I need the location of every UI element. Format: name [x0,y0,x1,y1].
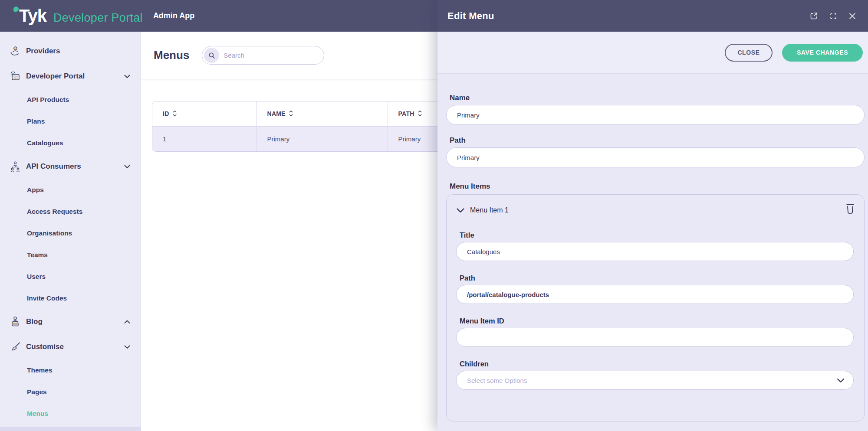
sidebar: Providers </> Developer Portal API Produ… [0,32,141,431]
api-consumers-icon [9,160,22,173]
sidebar-item-label: API Consumers [26,162,124,171]
chevron-down-icon [837,378,845,383]
sort-icon [418,110,422,117]
search-icon [204,48,219,63]
blog-icon [9,316,22,328]
menu-item-card: Menu Item 1 Title Path Menu Item ID [446,194,865,421]
menu-item-title: Menu Item 1 [470,206,509,214]
cell-name: Primary [256,126,388,151]
title-field-label: Title [460,231,854,239]
chevron-down-icon [124,345,130,349]
column-label: NAME [267,110,286,117]
sidebar-item-organisations[interactable]: Organisations [0,222,141,244]
close-drawer-button[interactable] [848,12,857,20]
edit-menu-drawer: Edit Menu CLOSE SAVE CHANGES Name Path [437,0,868,431]
tyk-leaf-icon [13,7,19,12]
sidebar-item-providers[interactable]: Providers [0,39,141,64]
fullscreen-button[interactable] [829,12,838,20]
sidebar-item-developer-portal[interactable]: </> Developer Portal [0,64,141,89]
open-in-new-icon [809,11,819,21]
product-name: Developer Portal [53,11,143,25]
sidebar-item-menus[interactable]: Menus [0,403,141,424]
search-input[interactable] [224,52,324,59]
drawer-body: Name Path Menu Items Menu Item 1 Title [437,74,868,431]
menu-item-id-field-label: Menu Item ID [460,317,854,325]
app-subtitle: Admin App [153,11,194,20]
sidebar-item-themes[interactable]: Themes [0,359,141,381]
close-icon [848,12,857,20]
sidebar-item-api-consumers[interactable]: API Consumers [0,154,141,179]
sidebar-item-catalogues[interactable]: Catalogues [0,132,141,154]
open-in-new-button[interactable] [809,11,819,21]
sidebar-item-customise[interactable]: Customise [0,334,141,359]
search-box[interactable] [202,46,324,65]
developer-portal-icon: </> [9,70,22,82]
sort-icon [172,110,177,117]
delete-menu-item-button[interactable] [845,202,855,216]
drawer-title: Edit Menu [447,10,494,22]
column-header-id[interactable]: ID [152,101,256,126]
sidebar-item-label: Developer Portal [26,72,124,81]
sidebar-bottom-strip [0,427,141,431]
item-path-field[interactable] [456,285,854,304]
sidebar-item-blog[interactable]: Blog [0,309,141,334]
sidebar-item-apps[interactable]: Apps [0,179,141,201]
tyk-logo: Tyk Developer Portal [19,6,143,26]
trash-icon [845,202,855,214]
children-select[interactable]: Select some Options [456,371,854,390]
menu-item-header[interactable]: Menu Item 1 [456,205,854,216]
drawer-toolbar: CLOSE SAVE CHANGES [437,32,868,74]
page-title: Menus [154,49,189,62]
sidebar-item-api-products[interactable]: API Products [0,89,141,111]
sidebar-item-plans[interactable]: Plans [0,111,141,132]
name-field-label: Name [450,94,865,102]
sidebar-item-label: Providers [26,47,130,56]
save-changes-button[interactable]: SAVE CHANGES [782,44,863,62]
sidebar-item-users[interactable]: Users [0,266,141,287]
fullscreen-icon [829,12,838,20]
path-field[interactable] [446,147,865,167]
chevron-down-icon [124,165,130,169]
customise-icon [9,341,22,353]
sidebar-item-access-requests[interactable]: Access Requests [0,201,141,222]
sidebar-item-pages[interactable]: Pages [0,381,141,403]
path-field-label: Path [450,136,865,145]
column-header-name[interactable]: NAME [256,101,388,126]
providers-icon [9,45,22,57]
close-button[interactable]: CLOSE [725,44,773,62]
item-path-field-label: Path [460,274,854,282]
sidebar-item-teams[interactable]: Teams [0,244,141,266]
title-field[interactable] [456,242,854,261]
sidebar-item-invite-codes[interactable]: Invite Codes [0,287,141,309]
name-field[interactable] [446,105,865,125]
chevron-up-icon [124,320,130,324]
children-select-placeholder: Select some Options [467,377,527,384]
sidebar-item-label: Blog [26,317,124,326]
svg-text:</>: </> [13,77,18,80]
menu-items-label: Menu Items [450,182,865,191]
drawer-header: Edit Menu [437,0,868,32]
column-label: PATH [398,110,414,117]
column-label: ID [163,110,169,117]
collapse-chevron-icon [456,208,465,213]
sort-icon [289,110,293,117]
children-field-label: Children [460,360,854,368]
cell-id: 1 [152,126,256,151]
brand-name: Tyk [19,6,46,26]
sidebar-item-label: Customise [26,343,124,351]
chevron-down-icon [124,75,130,78]
menu-item-id-field[interactable] [456,328,854,347]
